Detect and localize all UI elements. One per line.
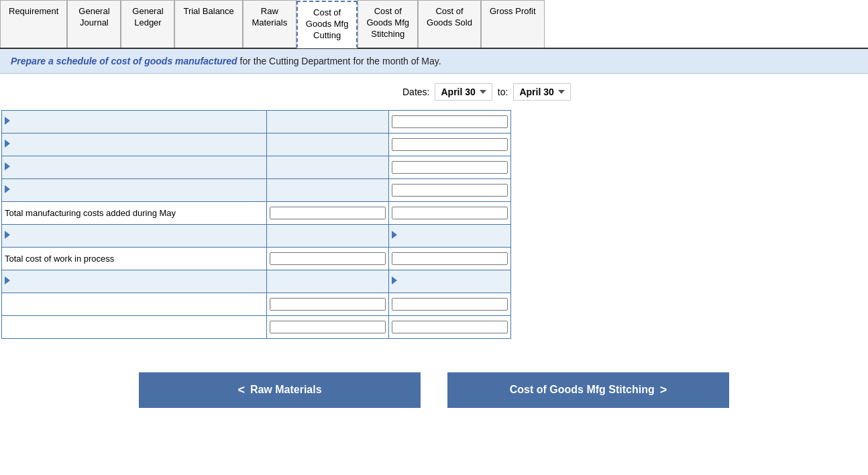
table-row — [2, 110, 511, 133]
row8-label-cell — [2, 270, 267, 293]
row9-amount2[interactable] — [389, 293, 511, 315]
row9-label[interactable] — [2, 293, 267, 315]
row10-label-input[interactable] — [5, 317, 264, 336]
total-wip-row: Total cost of work in process — [2, 247, 511, 270]
row3-amount1[interactable] — [267, 156, 389, 178]
row10-label[interactable] — [2, 315, 267, 338]
row2-amount2[interactable] — [389, 133, 511, 156]
table-row — [2, 133, 511, 156]
tab-trial-balance[interactable]: Trial Balance — [174, 0, 242, 48]
total-mfg-amount2[interactable] — [389, 201, 511, 224]
row10-amount2[interactable] — [389, 315, 511, 338]
tab-general-ledger[interactable]: GeneralLedger — [121, 0, 174, 48]
dates-to-label: to: — [498, 87, 508, 97]
total-wip-amount2[interactable] — [389, 247, 511, 270]
prev-button[interactable]: < Raw Materials — [139, 372, 421, 408]
row6-label-cell — [2, 224, 267, 247]
tab-navigation: Requirement GeneralJournal GeneralLedger… — [0, 0, 868, 49]
next-button[interactable]: Cost of Goods Mfg Stitching > — [447, 372, 729, 408]
row4-label-cell — [2, 178, 267, 201]
total-wip-amount1-input[interactable] — [270, 252, 386, 265]
date-to-value: April 30 — [519, 87, 553, 97]
row4-amount1[interactable] — [267, 178, 389, 201]
instruction-rest: for the Cutting Department for the month… — [237, 56, 441, 66]
arrow-right-icon — [5, 276, 10, 284]
arrow-right-icon — [5, 162, 10, 170]
tab-requirement[interactable]: Requirement — [0, 0, 67, 48]
prev-arrow-icon: < — [237, 383, 245, 397]
row3-amount2-input[interactable] — [392, 161, 508, 174]
table-row — [2, 156, 511, 178]
instruction-highlight: Prepare a schedule of cost of goods manu… — [11, 56, 237, 66]
total-wip-amount2-input[interactable] — [392, 252, 508, 265]
row6-amount1[interactable] — [267, 224, 389, 247]
row8-amount1[interactable] — [267, 270, 389, 293]
row8-amount1-input[interactable] — [270, 272, 386, 291]
row2-label-cell — [2, 133, 267, 156]
row2-amount1[interactable] — [267, 133, 389, 156]
prev-button-label: Raw Materials — [250, 384, 322, 396]
table-row — [2, 178, 511, 201]
row10-amount2-input[interactable] — [392, 321, 508, 333]
total-wip-label: Total cost of work in process — [2, 247, 267, 270]
row8-amount2-input[interactable] — [402, 272, 495, 291]
total-mfg-amount2-input[interactable] — [392, 207, 508, 219]
row2-amount1-input[interactable] — [270, 135, 386, 154]
tab-cost-mfg-stitching[interactable]: Cost ofGoods MfgStitching — [358, 0, 418, 48]
date-from-dropdown[interactable]: April 30 — [435, 83, 492, 101]
row9-amount2-input[interactable] — [392, 298, 508, 311]
row9-label-input[interactable] — [5, 295, 264, 313]
row3-label-cell — [2, 156, 267, 178]
tab-cost-mfg-cutting[interactable]: Cost ofGoods MfgCutting — [296, 1, 358, 48]
table-row — [2, 293, 511, 315]
bottom-navigation: < Raw Materials Cost of Goods Mfg Stitch… — [0, 372, 868, 421]
row1-amount2-input[interactable] — [392, 115, 508, 128]
date-selector: Dates: April 30 to: April 30 — [0, 74, 868, 110]
tab-gross-profit[interactable]: Gross Profit — [481, 0, 545, 48]
row1-amount2[interactable] — [389, 110, 511, 133]
row1-label-cell — [2, 110, 267, 133]
row1-amount1[interactable] — [267, 110, 389, 133]
row8-amount2[interactable] — [389, 270, 511, 293]
next-button-label: Cost of Goods Mfg Stitching — [510, 384, 655, 396]
row3-amount1-input[interactable] — [270, 158, 386, 176]
total-mfg-costs-row: Total manufacturing costs added during M… — [2, 201, 511, 224]
row6-amount2[interactable] — [389, 224, 511, 247]
arrow-right-icon — [5, 117, 10, 125]
arrow-right-icon — [5, 140, 10, 148]
row1-amount1-input[interactable] — [270, 112, 386, 131]
total-mfg-amount1-input[interactable] — [270, 207, 386, 219]
table-row — [2, 224, 511, 247]
date-to-dropdown[interactable]: April 30 — [513, 83, 570, 101]
table-row — [2, 315, 511, 338]
row9-amount1[interactable] — [267, 293, 389, 315]
row4-amount1-input[interactable] — [270, 180, 386, 199]
row6-amount2-input[interactable] — [402, 226, 495, 245]
date-from-value: April 30 — [441, 87, 475, 97]
row2-amount2-input[interactable] — [392, 138, 508, 151]
row6-amount1-input[interactable] — [270, 226, 386, 245]
row10-amount1-input[interactable] — [270, 321, 386, 333]
total-mfg-label: Total manufacturing costs added during M… — [2, 201, 267, 224]
next-arrow-icon: > — [660, 383, 667, 397]
row3-amount2[interactable] — [389, 156, 511, 178]
arrow-right-icon — [5, 231, 10, 239]
row10-amount1[interactable] — [267, 315, 389, 338]
tab-cost-goods-sold[interactable]: Cost ofGoods Sold — [418, 0, 481, 48]
table-wrapper: Total manufacturing costs added during M… — [1, 110, 511, 339]
total-mfg-amount1[interactable] — [267, 201, 389, 224]
table-row — [2, 270, 511, 293]
dates-label: Dates: — [402, 87, 429, 97]
row4-amount2-input[interactable] — [392, 184, 508, 197]
row9-amount1-input[interactable] — [270, 298, 386, 311]
schedule-table: Total manufacturing costs added during M… — [1, 110, 511, 339]
arrow-right-icon — [392, 231, 397, 239]
total-wip-amount1[interactable] — [267, 247, 389, 270]
tab-raw-materials[interactable]: RawMaterials — [243, 0, 296, 48]
chevron-down-icon-2 — [558, 90, 565, 94]
instruction-bar: Prepare a schedule of cost of goods manu… — [0, 49, 868, 74]
chevron-down-icon — [480, 90, 486, 94]
row4-amount2[interactable] — [389, 178, 511, 201]
arrow-right-icon — [392, 276, 397, 284]
tab-general-journal[interactable]: GeneralJournal — [67, 0, 121, 48]
